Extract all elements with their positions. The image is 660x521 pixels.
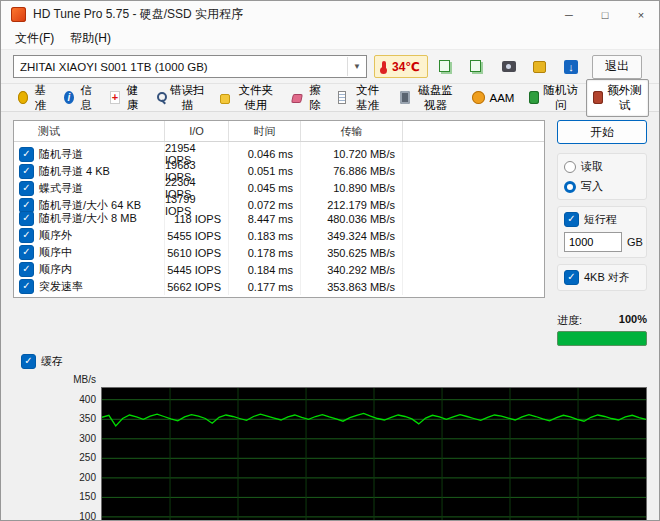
exit-button[interactable]: 退出 [592, 55, 642, 79]
copy-screenshot-icon [470, 60, 481, 72]
speaker-icon [472, 91, 485, 104]
align-checkbox[interactable]: ✓ [564, 270, 579, 285]
y-tick-label: 150 [79, 491, 96, 502]
y-axis-labels: MB/s 40035030025020015010050 [13, 387, 101, 521]
test-time: 0.178 ms [228, 244, 300, 261]
align-option[interactable]: ✓ 4KB 对齐 [564, 270, 640, 285]
menu-file[interactable]: 文件(F) [7, 28, 62, 49]
close-button[interactable]: × [623, 1, 659, 28]
window-title: HD Tune Pro 5.75 - 硬盘/SSD 实用程序 [33, 6, 243, 23]
short-stroke-label: 短行程 [584, 212, 617, 227]
test-io: 118 IOPS [164, 210, 228, 227]
save-screenshot-button[interactable] [497, 56, 521, 78]
content-area: 测试 I/O 时间 传输 ✓随机寻道 21954 IOPS 0.046 ms 1… [1, 112, 659, 521]
col-header-time: 时间 [228, 121, 300, 141]
table-row[interactable]: ✓顺序内 5445 IOPS 0.184 ms 340.292 MB/s [14, 261, 544, 278]
tab-disk-monitor[interactable]: 磁盘监视器 [393, 79, 465, 117]
read-radio[interactable] [564, 161, 576, 173]
results-table: 测试 I/O 时间 传输 ✓随机寻道 21954 IOPS 0.046 ms 1… [13, 120, 545, 298]
options-button[interactable] [528, 56, 552, 78]
align-label: 4KB 对齐 [584, 270, 630, 285]
test-transfer: 340.292 MB/s [300, 261, 402, 278]
tab-extra-tests[interactable]: 额外测试 [586, 79, 649, 117]
test-time: 8.447 ms [228, 210, 300, 227]
y-axis-unit: MB/s [73, 374, 96, 385]
tab-erase[interactable]: 擦除 [285, 79, 330, 117]
maximize-button[interactable]: □ [587, 1, 623, 28]
read-option[interactable]: 读取 [564, 159, 640, 174]
tab-label: 文件夹使用 [234, 83, 277, 113]
menu-help[interactable]: 帮助(H) [62, 28, 119, 49]
test-io: 5455 IOPS [164, 227, 228, 244]
table-row[interactable]: ✓随机寻道/大小 8 MB 118 IOPS 8.447 ms 480.036 … [14, 210, 544, 227]
tab-label: 随机访问 [543, 83, 578, 113]
cache-option[interactable]: ✓ 缓存 [21, 353, 647, 369]
col-header-test: 测试 [14, 121, 164, 141]
options-icon [533, 61, 546, 73]
tab-health[interactable]: + 健康 [103, 79, 148, 117]
cache-checkbox[interactable]: ✓ [21, 354, 36, 369]
menubar: 文件(F) 帮助(H) [1, 28, 659, 50]
transfer-graph: MB/s 40035030025020015010050 08162432404… [13, 387, 647, 521]
folder-icon [220, 94, 230, 104]
tab-label: 擦除 [306, 83, 323, 113]
camera-icon [502, 61, 516, 72]
app-icon [11, 7, 26, 22]
test-name: 突发速率 [39, 279, 83, 294]
tab-folder-usage[interactable]: 文件夹使用 [213, 79, 285, 117]
titlebar: HD Tune Pro 5.75 - 硬盘/SSD 实用程序 ─ □ × [1, 1, 659, 28]
y-tick-label: 300 [79, 433, 96, 444]
test-transfer: 349.324 MB/s [300, 227, 402, 244]
tabbar: 基准 i 信息 + 健康 错误扫描 文件夹使用 擦除 文件基准 磁盘监视器 [1, 84, 659, 112]
table-row[interactable]: ✓顺序外 5455 IOPS 0.183 ms 349.324 MB/s [14, 227, 544, 244]
benchmark-icon [18, 91, 28, 104]
start-button[interactable]: 开始 [557, 120, 647, 144]
test-checkbox[interactable]: ✓ [19, 245, 34, 260]
plot-area [101, 387, 647, 521]
transfer-rate-line [102, 388, 646, 521]
tab-info[interactable]: i 信息 [57, 79, 102, 117]
short-stroke-unit: GB [627, 236, 643, 248]
test-checkbox[interactable]: ✓ [19, 279, 34, 294]
table-row[interactable]: ✓随机寻道/大小 64 KB 13799 IOPS 0.072 ms 212.1… [14, 193, 544, 210]
tab-label: 错误扫描 [170, 83, 205, 113]
test-checkbox[interactable]: ✓ [19, 211, 34, 226]
tab-benchmark[interactable]: 基准 [11, 79, 56, 117]
control-panel: 开始 读取 写入 ✓ 短行程 [557, 120, 647, 346]
tab-error-scan[interactable]: 错误扫描 [149, 79, 212, 117]
download-icon: ↓ [564, 60, 578, 74]
cache-label: 缓存 [41, 354, 63, 369]
temperature-indicator[interactable]: 34℃ [374, 55, 428, 78]
table-row[interactable]: ✓随机寻道 4 KB 19683 IOPS 0.051 ms 76.886 MB… [14, 159, 544, 176]
test-time: 0.177 ms [228, 278, 300, 295]
table-row[interactable]: ✓随机寻道 21954 IOPS 0.046 ms 10.720 MB/s [14, 142, 544, 159]
copy-screenshot-button[interactable] [466, 56, 490, 78]
test-checkbox[interactable]: ✓ [19, 262, 34, 277]
chevron-down-icon: ▼ [347, 57, 366, 76]
update-button[interactable]: ↓ [559, 56, 583, 78]
test-checkbox[interactable]: ✓ [19, 228, 34, 243]
write-option[interactable]: 写入 [564, 179, 640, 194]
tab-file-benchmark[interactable]: 文件基准 [331, 79, 391, 117]
drive-select[interactable]: ZHITAI XIAOYI S001 1TB (1000 GB) ▼ [13, 55, 367, 78]
tab-aam[interactable]: AAM [465, 87, 521, 108]
read-label: 读取 [581, 159, 603, 174]
tab-random-access[interactable]: 随机访问 [522, 79, 585, 117]
short-stroke-option[interactable]: ✓ 短行程 [564, 212, 640, 227]
test-transfer: 480.036 MB/s [300, 210, 402, 227]
copy-info-button[interactable] [435, 56, 459, 78]
test-name: 顺序中 [39, 245, 72, 260]
short-stroke-checkbox[interactable]: ✓ [564, 212, 579, 227]
document-icon [338, 91, 346, 104]
table-row[interactable]: ✓顺序中 5610 IOPS 0.178 ms 350.625 MB/s [14, 244, 544, 261]
table-row[interactable]: ✓突发速率 5662 IOPS 0.177 ms 353.863 MB/s [14, 278, 544, 295]
test-name: 顺序内 [39, 262, 72, 277]
info-icon: i [64, 91, 74, 104]
tab-label: 文件基准 [350, 83, 384, 113]
short-stroke-input[interactable] [564, 232, 622, 252]
col-header-io: I/O [164, 121, 228, 141]
minimize-button[interactable]: ─ [551, 1, 587, 28]
progress-bar [557, 331, 647, 346]
table-row[interactable]: ✓蝶式寻道 22304 IOPS 0.045 ms 10.890 MB/s [14, 176, 544, 193]
write-radio[interactable] [564, 181, 576, 193]
